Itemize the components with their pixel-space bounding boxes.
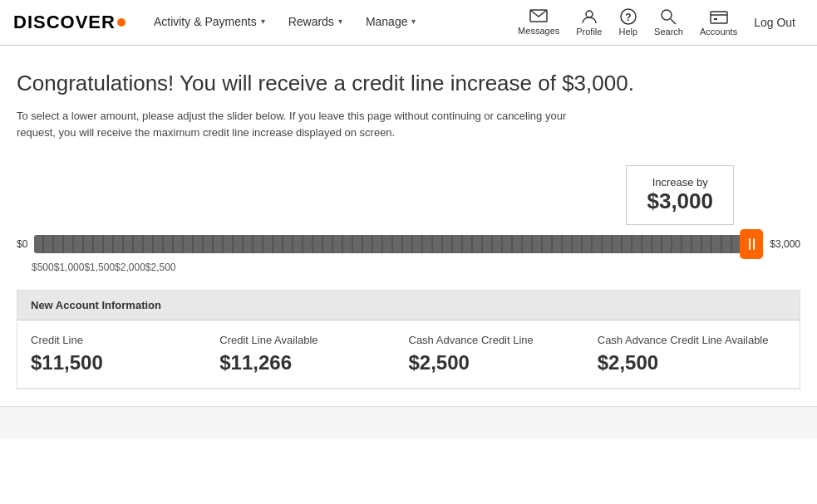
- slider-label-4: $2,500: [145, 262, 176, 273]
- nav-arrow-manage: ▾: [411, 17, 416, 26]
- slider-label-1: $1,000: [54, 262, 85, 273]
- nav-icons: Messages Profile ? Help Search: [509, 0, 804, 46]
- nav-arrow-rewards: ▾: [338, 17, 342, 26]
- account-cell-credit-line: Credit Line $11,500: [31, 334, 219, 374]
- svg-rect-6: [711, 12, 727, 23]
- nav-item-label: Manage: [366, 15, 408, 28]
- slider-label-3: $2,000: [115, 262, 145, 273]
- slider-labels: $500 $1,000 $1,500 $2,000 $2,500: [17, 262, 218, 273]
- slider-row: $0 $3,000: [17, 232, 800, 257]
- account-info-row: Credit Line $11,500 Credit Line Availabl…: [17, 321, 800, 389]
- svg-point-1: [586, 11, 593, 17]
- nav-item-manage[interactable]: Manage ▾: [354, 0, 428, 46]
- congrats-subtitle: To select a lower amount, please adjust …: [17, 108, 582, 140]
- messages-icon: [529, 9, 548, 24]
- profile-nav-item[interactable]: Profile: [568, 0, 610, 46]
- cash-advance-value: $2,500: [409, 351, 598, 374]
- search-nav-item[interactable]: Search: [646, 0, 691, 46]
- messages-label: Messages: [518, 26, 559, 36]
- slider-label-2: $1,500: [84, 262, 115, 273]
- nav-item-label: Rewards: [288, 15, 334, 28]
- accounts-nav-item[interactable]: Accounts: [691, 0, 746, 46]
- svg-line-5: [671, 19, 676, 24]
- search-icon: [660, 8, 677, 25]
- profile-label: Profile: [576, 27, 602, 37]
- increase-by-label: Increase by: [647, 176, 713, 188]
- nav: Activity & Payments ▾ Rewards ▾ Manage ▾: [142, 0, 509, 46]
- help-icon: ?: [620, 8, 637, 25]
- cash-advance-available-value: $2,500: [598, 351, 786, 374]
- credit-line-label: Credit Line: [31, 334, 219, 346]
- logo: DISCOVER: [13, 12, 126, 33]
- accounts-label: Accounts: [700, 27, 737, 37]
- help-nav-item[interactable]: ? Help: [610, 0, 646, 46]
- slider-track-wrap[interactable]: [34, 232, 763, 257]
- credit-line-available-label: Credit Line Available: [219, 334, 408, 346]
- bottom-bar: [0, 406, 817, 439]
- slider-section: Increase by $3,000 $0 $3,000 $500: [17, 165, 800, 273]
- account-cell-cash-advance: Cash Advance Credit Line $2,500: [409, 334, 598, 374]
- profile-icon: [581, 8, 598, 25]
- main-content: Congratulations! You will receive a cred…: [0, 46, 817, 406]
- credit-line-value: $11,500: [31, 351, 219, 374]
- slider-thumb-lines: [749, 238, 755, 250]
- account-cell-credit-line-available: Credit Line Available $11,266: [219, 334, 408, 374]
- logout-button[interactable]: Log Out: [746, 0, 804, 46]
- logout-label: Log Out: [754, 16, 795, 29]
- slider-min-label: $0: [17, 238, 27, 250]
- congrats-title: Congratulations! You will receive a cred…: [17, 71, 800, 96]
- header: DISCOVER Activity & Payments ▾ Rewards ▾…: [0, 0, 817, 46]
- credit-line-available-value: $11,266: [219, 351, 408, 374]
- nav-item-activity-payments[interactable]: Activity & Payments ▾: [142, 0, 277, 46]
- slider-thumb[interactable]: [740, 229, 763, 259]
- slider-track[interactable]: [34, 235, 763, 253]
- nav-item-rewards[interactable]: Rewards ▾: [277, 0, 354, 46]
- cash-advance-label: Cash Advance Credit Line: [409, 334, 598, 346]
- messages-nav-item[interactable]: Messages: [509, 0, 568, 46]
- account-info-header: New Account Information: [17, 291, 800, 321]
- nav-arrow-activity: ▾: [261, 17, 265, 26]
- increase-box: Increase by $3,000: [626, 165, 734, 225]
- logo-dot: [117, 18, 126, 27]
- svg-text:?: ?: [625, 12, 631, 23]
- nav-item-label: Activity & Payments: [154, 15, 257, 28]
- search-label: Search: [654, 27, 683, 37]
- svg-point-4: [662, 10, 672, 20]
- increase-by-value: $3,000: [647, 188, 713, 214]
- logo-text: DISCOVER: [13, 12, 116, 33]
- cash-advance-available-label: Cash Advance Credit Line Available: [598, 334, 786, 346]
- account-cell-cash-advance-available: Cash Advance Credit Line Available $2,50…: [598, 334, 786, 374]
- slider-thumb-line-1: [749, 238, 751, 250]
- slider-thumb-line-2: [753, 238, 755, 250]
- accounts-icon: [710, 8, 728, 25]
- help-label: Help: [618, 27, 637, 37]
- slider-max-label: $3,000: [770, 238, 800, 250]
- account-info-section: New Account Information Credit Line $11,…: [17, 290, 800, 389]
- slider-label-0: $500: [32, 262, 54, 273]
